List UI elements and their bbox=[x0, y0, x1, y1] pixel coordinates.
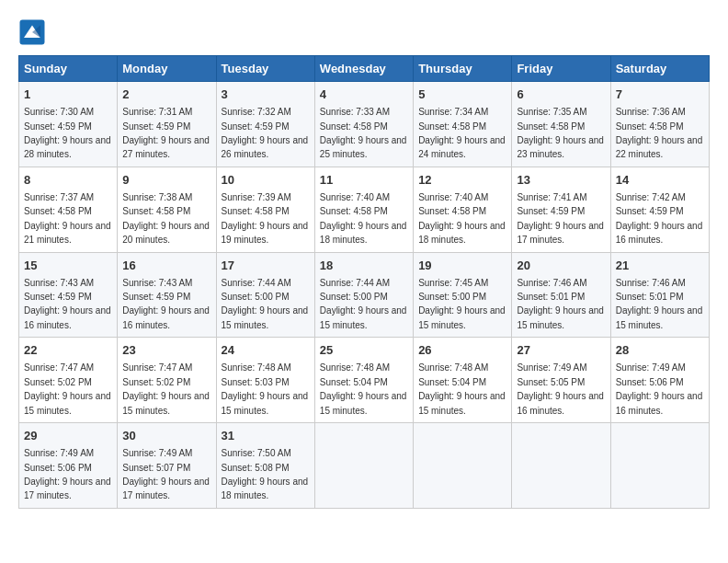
day-number: 7 bbox=[616, 86, 704, 103]
day-number: 18 bbox=[320, 258, 408, 274]
day-info: Sunrise: 7:49 AMSunset: 5:06 PMDaylight:… bbox=[24, 448, 111, 500]
day-number: 4 bbox=[320, 86, 408, 103]
day-info: Sunrise: 7:48 AMSunset: 5:04 PMDaylight:… bbox=[418, 362, 506, 415]
day-info: Sunrise: 7:48 AMSunset: 5:03 PMDaylight:… bbox=[222, 362, 309, 415]
calendar-body: 1Sunrise: 7:30 AMSunset: 4:59 PMDaylight… bbox=[19, 82, 710, 509]
day-info: Sunrise: 7:44 AMSunset: 5:00 PMDaylight:… bbox=[222, 278, 309, 330]
calendar-day-cell: 3Sunrise: 7:32 AMSunset: 4:59 PMDaylight… bbox=[216, 82, 314, 167]
day-info: Sunrise: 7:36 AMSunset: 4:58 PMDaylight:… bbox=[616, 107, 703, 159]
day-info: Sunrise: 7:39 AMSunset: 4:58 PMDaylight:… bbox=[222, 192, 309, 245]
day-number: 13 bbox=[517, 172, 605, 189]
day-number: 26 bbox=[418, 342, 506, 359]
calendar-week-row: 1Sunrise: 7:30 AMSunset: 4:59 PMDaylight… bbox=[19, 82, 710, 167]
day-info: Sunrise: 7:35 AMSunset: 4:58 PMDaylight:… bbox=[517, 107, 604, 159]
day-number: 19 bbox=[418, 258, 506, 274]
day-info: Sunrise: 7:47 AMSunset: 5:02 PMDaylight:… bbox=[122, 362, 210, 415]
day-number: 25 bbox=[320, 342, 408, 359]
day-number: 23 bbox=[122, 342, 210, 359]
calendar-week-row: 29Sunrise: 7:49 AMSunset: 5:06 PMDayligh… bbox=[19, 423, 710, 509]
calendar-day-cell: 4Sunrise: 7:33 AMSunset: 4:58 PMDaylight… bbox=[314, 82, 413, 167]
calendar-day-cell bbox=[610, 423, 709, 509]
day-info: Sunrise: 7:49 AMSunset: 5:05 PMDaylight:… bbox=[517, 362, 604, 415]
day-info: Sunrise: 7:40 AMSunset: 4:58 PMDaylight:… bbox=[320, 192, 407, 245]
day-number: 3 bbox=[222, 86, 310, 103]
calendar-day-cell: 26Sunrise: 7:48 AMSunset: 5:04 PMDayligh… bbox=[414, 338, 512, 423]
day-number: 9 bbox=[122, 172, 210, 189]
calendar-day-cell: 13Sunrise: 7:41 AMSunset: 4:59 PMDayligh… bbox=[512, 167, 610, 252]
day-number: 1 bbox=[24, 86, 112, 103]
day-number: 8 bbox=[24, 172, 112, 189]
calendar-day-cell: 29Sunrise: 7:49 AMSunset: 5:06 PMDayligh… bbox=[19, 423, 118, 509]
calendar-day-cell: 12Sunrise: 7:40 AMSunset: 4:58 PMDayligh… bbox=[414, 167, 512, 252]
day-number: 31 bbox=[222, 428, 310, 444]
logo bbox=[18, 18, 50, 46]
header-day: Friday bbox=[512, 56, 610, 82]
day-number: 28 bbox=[616, 342, 704, 359]
calendar-day-cell: 18Sunrise: 7:44 AMSunset: 5:00 PMDayligh… bbox=[314, 252, 413, 338]
calendar-day-cell bbox=[512, 423, 610, 509]
calendar-day-cell: 9Sunrise: 7:38 AMSunset: 4:58 PMDaylight… bbox=[118, 167, 216, 252]
calendar-day-cell: 10Sunrise: 7:39 AMSunset: 4:58 PMDayligh… bbox=[216, 167, 314, 252]
day-info: Sunrise: 7:43 AMSunset: 4:59 PMDaylight:… bbox=[24, 278, 111, 330]
calendar-day-cell: 24Sunrise: 7:48 AMSunset: 5:03 PMDayligh… bbox=[216, 338, 314, 423]
calendar-day-cell: 25Sunrise: 7:48 AMSunset: 5:04 PMDayligh… bbox=[314, 338, 413, 423]
header bbox=[18, 18, 710, 46]
day-info: Sunrise: 7:37 AMSunset: 4:58 PMDaylight:… bbox=[24, 192, 111, 245]
day-info: Sunrise: 7:41 AMSunset: 4:59 PMDaylight:… bbox=[517, 192, 604, 245]
day-number: 14 bbox=[616, 172, 704, 189]
day-number: 27 bbox=[517, 342, 605, 359]
calendar-day-cell: 11Sunrise: 7:40 AMSunset: 4:58 PMDayligh… bbox=[314, 167, 413, 252]
day-info: Sunrise: 7:32 AMSunset: 4:59 PMDaylight:… bbox=[222, 107, 309, 159]
day-info: Sunrise: 7:45 AMSunset: 5:00 PMDaylight:… bbox=[418, 278, 506, 330]
calendar-day-cell: 16Sunrise: 7:43 AMSunset: 4:59 PMDayligh… bbox=[118, 252, 216, 338]
day-info: Sunrise: 7:34 AMSunset: 4:58 PMDaylight:… bbox=[418, 107, 506, 159]
header-day: Tuesday bbox=[216, 56, 314, 82]
day-number: 5 bbox=[418, 86, 506, 103]
day-number: 29 bbox=[24, 428, 112, 444]
calendar-day-cell: 15Sunrise: 7:43 AMSunset: 4:59 PMDayligh… bbox=[19, 252, 118, 338]
day-number: 24 bbox=[222, 342, 310, 359]
day-number: 2 bbox=[122, 86, 210, 103]
calendar-day-cell: 7Sunrise: 7:36 AMSunset: 4:58 PMDaylight… bbox=[610, 82, 709, 167]
calendar-day-cell: 17Sunrise: 7:44 AMSunset: 5:00 PMDayligh… bbox=[216, 252, 314, 338]
calendar-day-cell: 22Sunrise: 7:47 AMSunset: 5:02 PMDayligh… bbox=[19, 338, 118, 423]
day-number: 30 bbox=[122, 428, 210, 444]
calendar-day-cell: 28Sunrise: 7:49 AMSunset: 5:06 PMDayligh… bbox=[610, 338, 709, 423]
day-number: 21 bbox=[616, 258, 704, 274]
day-info: Sunrise: 7:47 AMSunset: 5:02 PMDaylight:… bbox=[24, 362, 111, 415]
day-info: Sunrise: 7:49 AMSunset: 5:07 PMDaylight:… bbox=[122, 448, 210, 500]
day-info: Sunrise: 7:42 AMSunset: 4:59 PMDaylight:… bbox=[616, 192, 703, 245]
calendar-week-row: 15Sunrise: 7:43 AMSunset: 4:59 PMDayligh… bbox=[19, 252, 710, 338]
calendar-day-cell: 6Sunrise: 7:35 AMSunset: 4:58 PMDaylight… bbox=[512, 82, 610, 167]
calendar-day-cell: 1Sunrise: 7:30 AMSunset: 4:59 PMDaylight… bbox=[19, 82, 118, 167]
calendar-day-cell: 27Sunrise: 7:49 AMSunset: 5:05 PMDayligh… bbox=[512, 338, 610, 423]
day-info: Sunrise: 7:33 AMSunset: 4:58 PMDaylight:… bbox=[320, 107, 407, 159]
header-row: SundayMondayTuesdayWednesdayThursdayFrid… bbox=[19, 56, 710, 82]
day-info: Sunrise: 7:30 AMSunset: 4:59 PMDaylight:… bbox=[24, 107, 111, 159]
calendar-day-cell bbox=[414, 423, 512, 509]
calendar-day-cell: 20Sunrise: 7:46 AMSunset: 5:01 PMDayligh… bbox=[512, 252, 610, 338]
calendar-day-cell bbox=[314, 423, 413, 509]
day-number: 15 bbox=[24, 258, 112, 274]
day-info: Sunrise: 7:46 AMSunset: 5:01 PMDaylight:… bbox=[517, 278, 604, 330]
header-day: Monday bbox=[118, 56, 216, 82]
calendar-day-cell: 23Sunrise: 7:47 AMSunset: 5:02 PMDayligh… bbox=[118, 338, 216, 423]
calendar-day-cell: 14Sunrise: 7:42 AMSunset: 4:59 PMDayligh… bbox=[610, 167, 709, 252]
day-number: 22 bbox=[24, 342, 112, 359]
header-day: Sunday bbox=[19, 56, 118, 82]
calendar-day-cell: 8Sunrise: 7:37 AMSunset: 4:58 PMDaylight… bbox=[19, 167, 118, 252]
day-info: Sunrise: 7:40 AMSunset: 4:58 PMDaylight:… bbox=[418, 192, 506, 245]
day-number: 20 bbox=[517, 258, 605, 274]
calendar-day-cell: 19Sunrise: 7:45 AMSunset: 5:00 PMDayligh… bbox=[414, 252, 512, 338]
day-info: Sunrise: 7:49 AMSunset: 5:06 PMDaylight:… bbox=[616, 362, 703, 415]
calendar-day-cell: 31Sunrise: 7:50 AMSunset: 5:08 PMDayligh… bbox=[216, 423, 314, 509]
day-info: Sunrise: 7:46 AMSunset: 5:01 PMDaylight:… bbox=[616, 278, 703, 330]
calendar-day-cell: 30Sunrise: 7:49 AMSunset: 5:07 PMDayligh… bbox=[118, 423, 216, 509]
logo-icon bbox=[18, 18, 46, 46]
day-number: 16 bbox=[122, 258, 210, 274]
header-day: Thursday bbox=[414, 56, 512, 82]
calendar-day-cell: 5Sunrise: 7:34 AMSunset: 4:58 PMDaylight… bbox=[414, 82, 512, 167]
day-number: 6 bbox=[517, 86, 605, 103]
calendar-week-row: 22Sunrise: 7:47 AMSunset: 5:02 PMDayligh… bbox=[19, 338, 710, 423]
day-number: 11 bbox=[320, 172, 408, 189]
